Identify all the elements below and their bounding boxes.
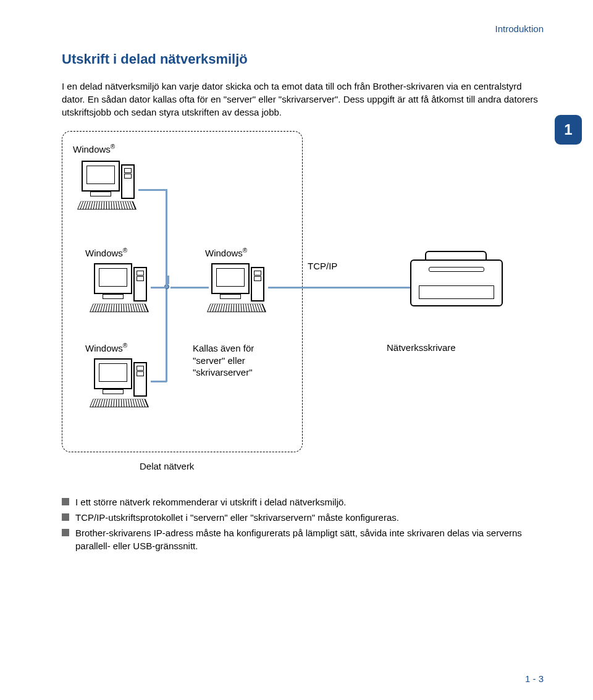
wire xyxy=(151,381,167,382)
pc-label-bottom: Windows® xyxy=(85,342,127,353)
printer-label: Nätverksskrivare xyxy=(387,342,456,353)
page-footer: 1 - 3 xyxy=(525,673,544,684)
wire xyxy=(151,287,166,289)
wire xyxy=(166,289,167,382)
chapter-tab: 1 xyxy=(555,115,582,145)
tcpip-label: TCP/IP xyxy=(308,261,337,271)
bullet-list: I ett större nätverk rekommenderar vi ut… xyxy=(62,495,544,552)
printer-icon xyxy=(410,251,503,310)
pc-icon xyxy=(209,263,271,319)
section-title: Utskrift i delad nätverksmiljö xyxy=(62,51,544,67)
wire xyxy=(170,287,209,289)
pc-label-mid-right: Windows® xyxy=(205,247,247,258)
pc-icon xyxy=(91,263,153,319)
network-diagram: Windows® Windows® Windows® Windows® xyxy=(62,131,544,477)
page-header: Introduktion xyxy=(62,23,544,34)
list-item: TCP/IP-utskriftsprotokollet i "servern" … xyxy=(62,511,544,524)
square-bullet-icon xyxy=(62,498,69,505)
list-item: I ett större nätverk rekommenderar vi ut… xyxy=(62,495,544,508)
wire xyxy=(138,189,167,191)
square-bullet-icon xyxy=(62,529,69,536)
list-item: Brother-skrivarens IP-adress måste ha ko… xyxy=(62,526,544,552)
square-bullet-icon xyxy=(62,513,69,521)
pc-icon xyxy=(79,161,141,216)
wire xyxy=(166,189,167,285)
intro-paragraph: I en delad nätverksmiljö kan varje dator… xyxy=(62,80,544,119)
pc-label-mid-left: Windows® xyxy=(85,247,127,258)
pc-label-top: Windows® xyxy=(73,143,115,154)
server-note: Kallas även för "server" eller "skrivars… xyxy=(193,342,254,379)
pc-icon xyxy=(91,358,153,414)
wire xyxy=(268,287,410,289)
shared-network-label: Delat nätverk xyxy=(140,461,194,471)
